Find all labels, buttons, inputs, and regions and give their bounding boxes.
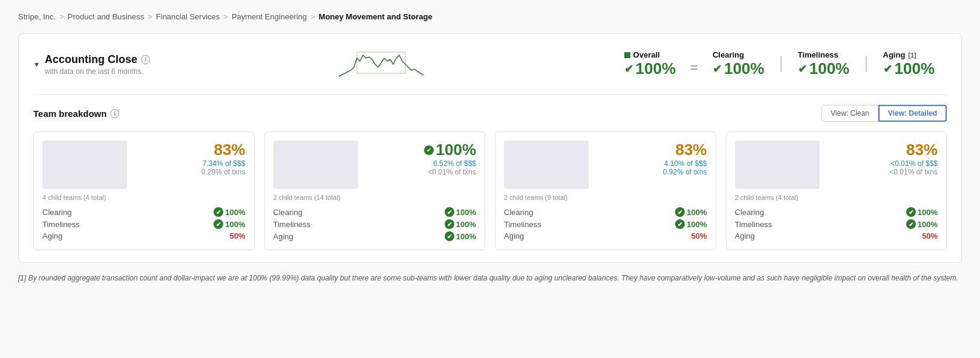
card-1-sub1: 7.34% of $$$	[203, 159, 246, 168]
team-info-icon[interactable]: i	[110, 109, 119, 118]
pipe-sep-2: |	[861, 53, 871, 73]
card-2-aging-row: Aging ✔100%	[273, 231, 477, 241]
card-1-sub2: 0.29% of txns	[201, 168, 246, 176]
clearing-check: ✔	[713, 62, 722, 76]
card-1-pct: 83%	[214, 141, 245, 159]
timeliness-label: Timeliness	[798, 50, 838, 59]
card-4-metrics: Clearing ✔100% Timeliness ✔100% Aging 50…	[735, 207, 938, 240]
card-1-aging-label: Aging	[42, 231, 62, 240]
card-2-aging-label: Aging	[273, 232, 293, 241]
section-subtitle: with data on the last 6 months.	[45, 67, 150, 76]
card-4-timeliness-row: Timeliness ✔100%	[735, 219, 938, 229]
card-2-clearing-row: Clearing ✔100%	[273, 207, 477, 217]
breadcrumb-sep-1: >	[59, 12, 64, 21]
view-detailed-button[interactable]: View: Detailed	[878, 105, 947, 122]
aging-metric: Aging[1] ✔ 100%	[871, 50, 947, 78]
team-card-4[interactable]: 83% <0.01% of $$$ <0.01% of txns 2 child…	[726, 131, 947, 250]
card-3-aging-value: 50%	[691, 231, 707, 240]
aging-value: ✔ 100%	[883, 59, 935, 78]
aging-sup: [1]	[908, 51, 916, 59]
card-4-thumbnail	[735, 141, 820, 189]
card-3-clearing-label: Clearing	[504, 208, 533, 217]
collapse-button[interactable]: ▾	[33, 58, 40, 70]
card-2-pct-with-check: ✔ 100%	[424, 141, 477, 159]
card-2-clearing-check: ✔	[445, 207, 454, 217]
main-card: ▾ Accounting Close i with data on the la…	[18, 33, 962, 263]
card-2-metric: ✔ 100% 6.52% of $$$ <0.01% of txns	[358, 141, 477, 176]
card-3-timeliness-check: ✔	[675, 219, 685, 229]
team-card-2[interactable]: ✔ 100% 6.52% of $$$ <0.01% of txns 2 chi…	[264, 131, 486, 250]
breadcrumb: Stripe, Inc. > Product and Business > Fi…	[18, 12, 962, 21]
card-1-timeliness-label: Timeliness	[42, 220, 80, 229]
card-3-clearing-row: Clearing ✔100%	[504, 207, 707, 217]
timeliness-value: ✔ 100%	[798, 59, 850, 78]
card-2-main-check: ✔	[424, 145, 434, 155]
equals-separator: =	[688, 60, 701, 76]
team-section: Team breakdown i View: Clean View: Detai…	[33, 94, 947, 250]
metrics-area: Overall ✔ 100% = Clearing ✔ 100% | Timel…	[612, 50, 947, 78]
view-clean-button[interactable]: View: Clean	[822, 105, 878, 122]
card-3-top: 83% 4.10% of $$$ 0.92% of txns	[504, 141, 707, 189]
breadcrumb-payment[interactable]: Payment Engineering	[232, 12, 307, 21]
card-3-pct: 83%	[675, 141, 707, 159]
card-1-clearing-row: Clearing ✔100%	[42, 207, 246, 217]
section-title: Accounting Close i	[45, 53, 150, 66]
card-4-aging-value: 50%	[922, 231, 938, 240]
card-2-child-label: 2 child teams (14 total)	[273, 194, 477, 201]
card-3-timeliness-row: Timeliness ✔100%	[504, 219, 707, 229]
card-4-timeliness-label: Timeliness	[735, 220, 773, 229]
overall-label: Overall	[624, 50, 660, 59]
card-1-clearing-value: ✔100%	[214, 207, 245, 217]
team-card-3[interactable]: 83% 4.10% of $$$ 0.92% of txns 2 child t…	[495, 131, 716, 250]
card-3-metric: 83% 4.10% of $$$ 0.92% of txns	[589, 141, 707, 176]
header-row: ▾ Accounting Close i with data on the la…	[33, 46, 947, 82]
card-2-thumbnail	[273, 141, 358, 189]
card-3-sub1: 4.10% of $$$	[664, 159, 707, 168]
card-2-sub1: 6.52% of $$$	[433, 159, 476, 168]
card-2-metrics: Clearing ✔100% Timeliness ✔100% Aging ✔1…	[273, 207, 477, 241]
card-2-timeliness-row: Timeliness ✔100%	[273, 219, 477, 229]
team-section-header: Team breakdown i View: Clean View: Detai…	[33, 105, 947, 122]
breadcrumb-financial[interactable]: Financial Services	[156, 12, 220, 21]
overall-metric: Overall ✔ 100%	[612, 50, 688, 78]
clearing-value: ✔ 100%	[713, 59, 765, 78]
card-3-clearing-check: ✔	[675, 207, 685, 217]
card-2-timeliness-check: ✔	[445, 219, 454, 229]
overall-check: ✔	[624, 62, 633, 76]
info-icon[interactable]: i	[141, 55, 150, 64]
card-4-clearing-label: Clearing	[735, 208, 764, 217]
breadcrumb-product[interactable]: Product and Business	[68, 12, 144, 21]
sparkline-area	[150, 46, 612, 82]
card-3-timeliness-value: ✔100%	[675, 219, 707, 229]
card-2-clearing-label: Clearing	[273, 208, 302, 217]
card-1-timeliness-row: Timeliness ✔100%	[42, 219, 246, 229]
aging-check: ✔	[883, 62, 892, 76]
card-3-clearing-value: ✔100%	[675, 207, 707, 217]
footnote: [1] By rounded aggregate transaction cou…	[18, 273, 962, 284]
card-4-timeliness-check: ✔	[906, 219, 916, 229]
overall-dot	[624, 52, 630, 58]
breadcrumb-sep-3: >	[223, 12, 228, 21]
card-4-clearing-row: Clearing ✔100%	[735, 207, 938, 217]
card-1-thumbnail	[42, 141, 127, 189]
aging-label: Aging[1]	[883, 50, 916, 59]
pipe-sep-1: |	[776, 53, 785, 73]
card-3-metrics: Clearing ✔100% Timeliness ✔100% Aging 50…	[504, 207, 707, 240]
title-area: Accounting Close i with data on the last…	[45, 53, 150, 76]
card-2-aging-value: ✔100%	[445, 231, 476, 241]
breadcrumb-sep-2: >	[148, 12, 152, 21]
card-2-timeliness-value: ✔100%	[445, 219, 476, 229]
card-4-metric: 83% <0.01% of $$$ <0.01% of txns	[820, 141, 938, 176]
team-card-1[interactable]: 83% 7.34% of $$$ 0.29% of txns 4 child t…	[33, 131, 255, 250]
card-3-timeliness-label: Timeliness	[504, 220, 541, 229]
card-2-clearing-value: ✔100%	[445, 207, 476, 217]
team-section-title: Team breakdown i	[33, 108, 119, 119]
breadcrumb-stripe[interactable]: Stripe, Inc.	[18, 12, 56, 21]
card-3-thumbnail	[504, 141, 589, 189]
card-3-aging-row: Aging 50%	[504, 231, 707, 240]
card-1-aging-row: Aging 50%	[42, 231, 246, 240]
card-4-clearing-check: ✔	[906, 207, 916, 217]
card-4-top: 83% <0.01% of $$$ <0.01% of txns	[735, 141, 938, 189]
card-1-top: 83% 7.34% of $$$ 0.29% of txns	[42, 141, 246, 189]
card-4-aging-row: Aging 50%	[735, 231, 938, 240]
